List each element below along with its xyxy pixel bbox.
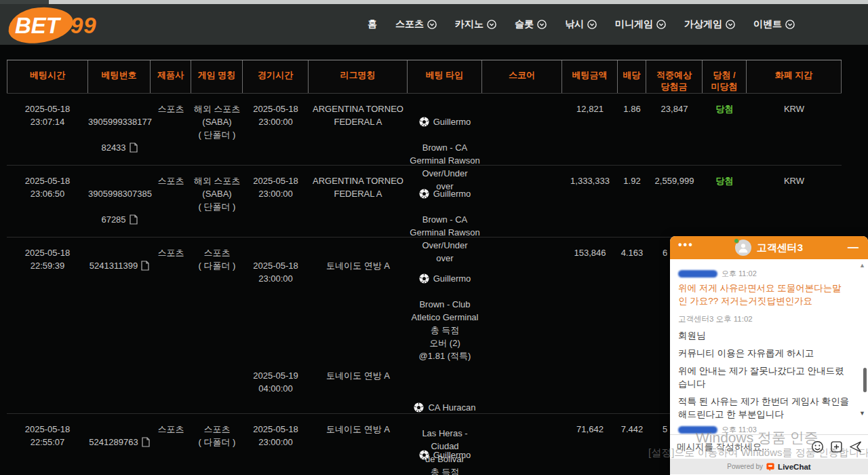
powered-by-label: Powered by	[727, 463, 763, 470]
agent-avatar	[735, 240, 751, 256]
col-header-product: 제품사	[151, 60, 191, 93]
copy-document-icon[interactable]	[141, 437, 150, 447]
copy-document-icon[interactable]	[140, 261, 149, 271]
soccer-ball-icon	[414, 402, 424, 413]
bet-no-line1: 5241311399	[90, 259, 138, 272]
agent-message: 커뮤니티 이용은 자유롭게 하시고	[678, 347, 849, 360]
redacted-username	[678, 270, 717, 278]
chevron-down-circle-icon	[587, 20, 597, 29]
table-row: 2025-05-18 23:06:50 3905998307385 67285 …	[7, 166, 842, 238]
chat-scrollbar-thumb[interactable]	[863, 368, 867, 392]
nav-item-minigame[interactable]: 미니게임	[615, 18, 666, 31]
expected-partial: 6	[663, 248, 667, 258]
nav-label: 카지노	[455, 18, 484, 31]
nav-item-home[interactable]: 홈	[368, 18, 377, 31]
col-header-game-name: 게임 명칭	[191, 60, 243, 93]
chevron-down-circle-icon	[487, 20, 496, 29]
livechat-widget: ••• 고객센터3 — ▲ ▼ 오후 11:02 위에 저게 사유라면서요 또물…	[670, 236, 868, 475]
bet-type-cell: Guillermo Brown - Club Atletico Germinal…	[408, 414, 482, 475]
soccer-ball-icon	[419, 273, 429, 284]
message-meta: 오후 11:02	[678, 269, 859, 279]
expected-partial: 5	[663, 424, 667, 434]
soccer-ball-icon	[419, 450, 429, 460]
logo-99-text: 99	[71, 13, 97, 39]
send-message-icon[interactable]	[849, 440, 863, 453]
bet-no-line2: 67285	[101, 213, 125, 226]
bet-type-team: Guillermo	[433, 187, 471, 200]
game-name-cell: 스포츠 ( 다폴더 )	[191, 414, 243, 475]
odds-cell: 7.442	[618, 414, 646, 475]
product-cell: 스포츠	[151, 414, 191, 475]
nav-item-casino[interactable]: 카지노	[455, 18, 496, 31]
col-header-score: 스코어	[482, 60, 562, 93]
nav-label: 홈	[368, 18, 377, 31]
nav-item-sports[interactable]: 스포츠	[395, 18, 437, 31]
redacted-username	[678, 426, 717, 434]
chat-input-bar	[670, 434, 868, 459]
logo-bet-text: BET	[15, 13, 60, 39]
copy-document-icon[interactable]	[129, 142, 138, 153]
agent-message: 적특 된 사유는 제가 한번더 게임사 확인을 해드린다고 한 부분입니다	[678, 395, 849, 421]
leg-league: 토네이도 연방 A	[309, 259, 408, 356]
chat-messages-area[interactable]: ▲ ▼ 오후 11:02 위에 저게 사유라면서요 또물어본다는말인 가요?? …	[670, 259, 868, 434]
chevron-down-circle-icon	[537, 20, 547, 29]
bet-no-cell: 5241289763	[88, 414, 151, 475]
col-header-expected: 적중예상 당첨금	[646, 60, 703, 93]
nav-item-slots[interactable]: 슬롯	[515, 18, 547, 31]
bet-no-line1: 3905999338177	[88, 115, 151, 128]
chat-message-input[interactable]	[677, 442, 811, 452]
col-header-result: 당첨 / 미당첨	[703, 60, 747, 93]
nav-label: 낚시	[565, 18, 584, 31]
col-header-odds: 배당	[618, 60, 646, 93]
nav-item-fishing[interactable]: 낚시	[565, 18, 597, 31]
bet-type-team: CA Huracan	[428, 401, 475, 414]
soccer-ball-icon	[419, 189, 429, 199]
col-header-match-time: 경기시간	[243, 60, 309, 93]
main-nav: 홈 스포츠 카지노 슬롯 낚시 미니게임 가상	[368, 4, 795, 45]
chat-menu-button[interactable]: •••	[678, 239, 694, 251]
nav-item-virtual[interactable]: 가상게임	[684, 18, 735, 31]
bet-type-team: Guillermo	[433, 272, 471, 285]
page: BET 99 홈 스포츠 카지노 슬롯 낚시	[0, 0, 868, 475]
bet-no-line1: 5241289763	[89, 436, 138, 449]
agent-message-meta: 고객센터3 오후 11:02	[678, 314, 859, 324]
agent-message: 위에 안내는 제가 잘못나갔다고 안내드렸습니다	[678, 364, 849, 390]
match-time-cell: 2025-05-18 23:00:00	[243, 414, 309, 475]
nav-item-event[interactable]: 이벤트	[753, 18, 795, 31]
bet-type-team: Guillermo	[433, 115, 471, 128]
scroll-up-icon[interactable]: ▲	[859, 262, 865, 269]
top-navbar: BET 99 홈 스포츠 카지노 슬롯 낚시	[0, 4, 868, 45]
col-header-bet-type: 베팅 타입	[408, 60, 482, 93]
user-message: 위에 저게 사유라면서요 또물어본다는말인 가요?? 저거는거짓답변인가요	[678, 282, 849, 307]
chat-title: 고객센터3	[757, 242, 803, 254]
chat-footer: Powered by LiveChat	[670, 459, 868, 474]
bet-type-team: Guillermo	[433, 449, 471, 461]
livechat-brand-label[interactable]: LiveChat	[778, 463, 811, 471]
league-cell: 토네이도 연방 A	[309, 414, 408, 475]
col-header-amount: 베팅금액	[562, 60, 618, 93]
scroll-down-icon[interactable]: ▼	[859, 410, 865, 417]
col-header-wallet: 화폐 지갑	[747, 60, 842, 93]
chevron-down-circle-icon	[785, 20, 795, 29]
emoji-icon[interactable]	[811, 440, 824, 453]
nav-label: 이벤트	[753, 18, 782, 31]
table-row: 2025-05-18 23:07:14 3905999338177 82433 …	[7, 94, 842, 166]
chevron-down-circle-icon	[427, 20, 437, 29]
attach-file-icon[interactable]	[830, 440, 843, 453]
table-header-row: 베팅시간 베팅번호 제품사 게임 명칭 경기시간 리그명칭 베팅 타입 스코어 …	[7, 60, 842, 94]
amount-cell: 71,642	[562, 414, 618, 475]
bet-type-detail: Brown - Club Atletico Germinal 총 득점 오버 (…	[408, 298, 482, 362]
nav-label: 스포츠	[395, 18, 424, 31]
chat-minimize-button[interactable]: —	[848, 242, 859, 254]
nav-label: 슬롯	[515, 18, 534, 31]
nav-label: 미니게임	[615, 18, 653, 31]
nav-label: 가상게임	[684, 18, 722, 31]
bet99-logo[interactable]: BET 99	[8, 6, 103, 44]
chevron-down-circle-icon	[726, 20, 735, 29]
message-time: 오후 11:03	[722, 425, 757, 434]
col-header-league: 리그명칭	[309, 60, 408, 93]
copy-document-icon[interactable]	[129, 214, 138, 225]
chevron-down-circle-icon	[656, 20, 666, 29]
score-cell	[482, 414, 562, 475]
bet-no-line2: 82433	[101, 141, 125, 154]
